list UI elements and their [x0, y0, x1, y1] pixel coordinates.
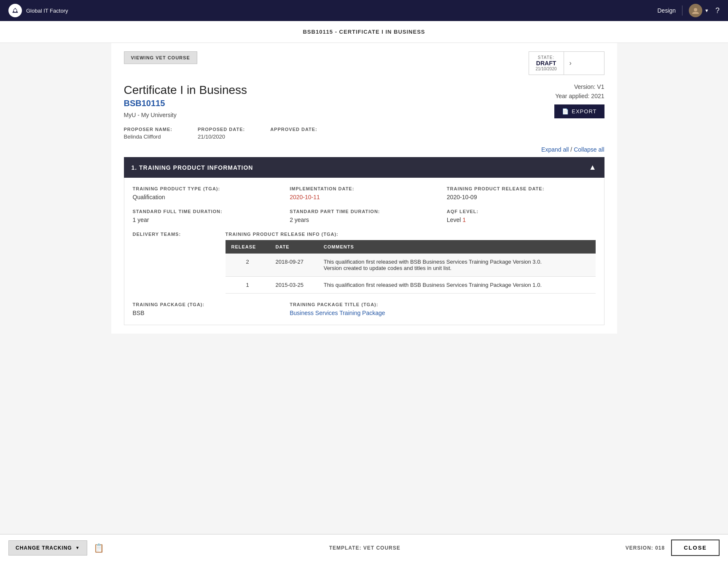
expand-collapse-separator: / [570, 146, 574, 153]
release-table: RELEASE DATE COMMENTS 2 2018-09-27 This … [226, 240, 596, 294]
aqf-field: AQF LEVEL: Level 1 [447, 209, 596, 223]
approved-date-field: APPROVED DATE: [270, 127, 317, 140]
expand-collapse-bar: Expand all / Collapse all [124, 146, 604, 153]
help-icon[interactable]: ? [715, 6, 720, 15]
training-package-label: TRAINING PACKAGE (TGA): [133, 302, 282, 307]
std-part-time-value: 2 years [290, 216, 438, 223]
release-table-section: DELIVERY TEAMS: TRAINING PRODUCT RELEASE… [133, 232, 596, 294]
cell-date: 2015-03-25 [270, 277, 318, 294]
chevron-down-icon: ▼ [704, 8, 709, 13]
proposer-name-label: PROPOSER NAME: [124, 127, 172, 132]
page-title-bar: BSB10115 - CERTIFICATE I IN BUSINESS [0, 21, 728, 43]
state-widget: STATE: DRAFT 21/10/2020 › [529, 51, 604, 75]
table-header-row: RELEASE DATE COMMENTS [226, 240, 596, 254]
svg-point-1 [13, 9, 17, 12]
implementation-date-label: IMPLEMENTATION DATE: [290, 186, 438, 191]
course-title: Certificate I in Business [124, 83, 247, 97]
aqf-highlight: 1 [462, 216, 466, 223]
cell-release: 2 [226, 254, 270, 277]
proposed-date-label: PROPOSED DATE: [198, 127, 245, 132]
std-part-time-field: STANDARD PART TIME DURATION: 2 years [290, 209, 438, 223]
course-header: Certificate I in Business BSB10115 MyU -… [124, 83, 604, 118]
table-row: 2 2018-09-27 This qualification first re… [226, 254, 596, 277]
section1-toggle[interactable]: ▲ [589, 163, 597, 172]
col-release: RELEASE [226, 240, 270, 254]
state-arrow-button[interactable]: › [564, 52, 577, 75]
training-package-field: TRAINING PACKAGE (TGA): BSB [133, 302, 282, 316]
svg-point-2 [694, 8, 697, 11]
state-inner: STATE: DRAFT 21/10/2020 [529, 52, 564, 75]
cell-release: 1 [226, 277, 270, 294]
proposed-date-value: 21/10/2020 [198, 134, 245, 140]
main-content: VIEWING VET COURSE STATE: DRAFT 21/10/20… [111, 43, 617, 334]
course-org: MyU - My University [124, 112, 247, 118]
version-text: Version: V1 [554, 83, 604, 90]
section1-title: 1. TRAINING PRODUCT INFORMATION [132, 164, 253, 171]
design-link[interactable]: Design [658, 7, 676, 14]
info-grid-row2: STANDARD FULL TIME DURATION: 1 year STAN… [133, 209, 596, 223]
state-date: 21/10/2020 [536, 67, 557, 71]
course-title-area: Certificate I in Business BSB10115 MyU -… [124, 83, 247, 118]
release-info-area: TRAINING PRODUCT RELEASE INFO (TGA): REL… [226, 232, 596, 294]
cell-date: 2018-09-27 [270, 254, 318, 277]
course-code: BSB10115 [124, 99, 247, 108]
top-navigation: Global IT Factory Design ▼ ? [0, 0, 728, 21]
nav-divider [682, 5, 682, 16]
aqf-label: AQF LEVEL: [447, 209, 596, 214]
expand-all-link[interactable]: Expand all [541, 146, 569, 153]
version-area: Version: V1 Year applied: 2021 📄 EXPORT [554, 83, 604, 118]
nav-right: Design ▼ ? [658, 4, 720, 17]
col-date: DATE [270, 240, 318, 254]
app-name: Global IT Factory [26, 8, 68, 14]
training-package-title-label: TRAINING PACKAGE TITLE (TGA): [290, 302, 438, 307]
proposer-name-field: PROPOSER NAME: Belinda Clifford [124, 127, 172, 140]
export-icon: 📄 [562, 108, 569, 115]
state-value: DRAFT [536, 60, 557, 67]
delivery-teams-field: DELIVERY TEAMS: [133, 232, 217, 294]
delivery-teams-label: DELIVERY TEAMS: [133, 232, 217, 237]
export-button[interactable]: 📄 EXPORT [554, 104, 604, 118]
release-date-value: 2020-10-09 [447, 194, 596, 200]
std-full-time-label: STANDARD FULL TIME DURATION: [133, 209, 282, 214]
training-package-title-field: TRAINING PACKAGE TITLE (TGA): Business S… [290, 302, 438, 316]
info-grid-row1: TRAINING PRODUCT TYPE (TGA): Qualificati… [133, 186, 596, 200]
page-title: BSB10115 - CERTIFICATE I IN BUSINESS [303, 29, 425, 35]
cell-comments: This qualification first released with B… [318, 254, 596, 277]
section1-content: TRAINING PRODUCT TYPE (TGA): Qualificati… [124, 178, 604, 325]
training-package-value: BSB [133, 310, 282, 316]
release-info-label: TRAINING PRODUCT RELEASE INFO (TGA): [226, 232, 596, 237]
approved-date-label: APPROVED DATE: [270, 127, 317, 132]
implementation-date-field: IMPLEMENTATION DATE: 2020-10-11 [290, 186, 438, 200]
table-row: 1 2015-03-25 This qualification first re… [226, 277, 596, 294]
state-label: STATE: [536, 55, 557, 60]
viewing-badge: VIEWING VET COURSE [124, 51, 197, 64]
training-package-grid: TRAINING PACKAGE (TGA): BSB TRAINING PAC… [133, 302, 596, 316]
implementation-date-value: 2020-10-11 [290, 194, 438, 200]
app-logo [8, 4, 22, 17]
col-comments: COMMENTS [318, 240, 596, 254]
logo-area: Global IT Factory [8, 4, 68, 17]
training-product-type-label: TRAINING PRODUCT TYPE (TGA): [133, 186, 282, 191]
release-date-label: TRAINING PRODUCT RELEASE DATE: [447, 186, 596, 191]
training-product-type-field: TRAINING PRODUCT TYPE (TGA): Qualificati… [133, 186, 282, 200]
release-date-field: TRAINING PRODUCT RELEASE DATE: 2020-10-0… [447, 186, 596, 200]
avatar [689, 4, 702, 17]
section1-header: 1. TRAINING PRODUCT INFORMATION ▲ [124, 157, 604, 178]
user-menu[interactable]: ▼ [689, 4, 709, 17]
aqf-value: Level 1 [447, 216, 596, 223]
proposer-section: PROPOSER NAME: Belinda Clifford PROPOSED… [124, 127, 604, 140]
state-bar: VIEWING VET COURSE STATE: DRAFT 21/10/20… [124, 51, 604, 75]
std-full-time-field: STANDARD FULL TIME DURATION: 1 year [133, 209, 282, 223]
cell-comments: This qualification first released with B… [318, 277, 596, 294]
std-full-time-value: 1 year [133, 216, 282, 223]
year-applied: Year applied: 2021 [554, 93, 604, 99]
proposer-name-value: Belinda Clifford [124, 134, 172, 140]
collapse-all-link[interactable]: Collapse all [574, 146, 604, 153]
proposed-date-field: PROPOSED DATE: 21/10/2020 [198, 127, 245, 140]
training-package-title-value[interactable]: Business Services Training Package [290, 310, 438, 316]
std-part-time-label: STANDARD PART TIME DURATION: [290, 209, 438, 214]
training-product-type-value: Qualification [133, 194, 282, 200]
